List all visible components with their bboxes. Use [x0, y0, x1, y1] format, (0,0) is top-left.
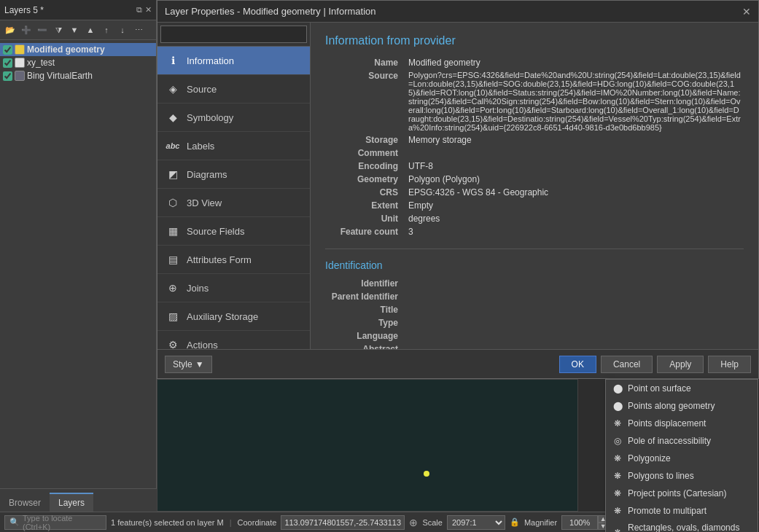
magnifier-input[interactable]: [561, 515, 598, 530]
dialog-body: ℹ Information ◈ Source ◆ Symbology abc L…: [157, 23, 758, 349]
expand-btn[interactable]: ▼: [67, 23, 82, 37]
info-label-comment: Comment: [325, 146, 405, 160]
info-table: Name Modified geometry Source Polygon?cr…: [325, 56, 744, 238]
ctx-polygonize[interactable]: ❋ Polygonize: [606, 450, 758, 467]
help-button[interactable]: Help: [708, 356, 751, 373]
ctx-promote-multipart[interactable]: ❋ Promote to multipart: [606, 502, 758, 520]
layers-restore-btn[interactable]: ⧉: [136, 5, 142, 15]
ctx-polygons-to-lines[interactable]: ❋ Polygons to lines: [606, 467, 758, 485]
tab-browser[interactable]: Browser: [0, 493, 50, 512]
id-row-title: Title: [325, 303, 744, 316]
scale-label: Scale: [422, 518, 443, 527]
ctx-icon-polygons-to-lines: ❋: [612, 470, 623, 482]
info-value-extent: Empty: [405, 199, 744, 212]
layer-item-xy-test[interactable]: · xy_test: [0, 56, 156, 69]
nav-icon-3d-view: ⬡: [165, 195, 181, 211]
id-label-parent-identifier: Parent Identifier: [325, 290, 405, 303]
nav-label-3d-view: 3D View: [187, 197, 222, 208]
dialog-close-btn[interactable]: ✕: [742, 6, 751, 17]
dialog-search-input[interactable]: [160, 26, 307, 43]
info-value-name: Modified geometry: [405, 56, 744, 69]
tab-layers[interactable]: Layers: [50, 493, 93, 512]
cancel-button[interactable]: Cancel: [601, 356, 653, 373]
open-layer-btn[interactable]: 📂: [3, 23, 17, 37]
nav-label-joins: Joins: [187, 283, 209, 294]
layers-panel: Layers 5 * ⧉ ✕ 📂 ➕ ➖ ⧩ ▼ ▲ ↑ ↓ ⋯ Modifie…: [0, 0, 157, 488]
layer-checkbox-bing[interactable]: [3, 71, 12, 81]
layer-label-modified-geometry: Modified geometry: [27, 44, 105, 55]
id-row-parent-identifier: Parent Identifier: [325, 290, 744, 303]
locate-container[interactable]: 🔍 Type to locate (Ctrl+K): [4, 515, 106, 530]
nav-icon-symbology: ◆: [165, 109, 181, 125]
identification-table: Identifier Parent Identifier Title Type …: [325, 277, 744, 349]
bottom-tabs: Browser Layers: [0, 488, 157, 512]
nav-icon-labels: abc: [165, 138, 181, 154]
layer-label-xy-test: xy_test: [27, 58, 55, 68]
nav-label-diagrams: Diagrams: [187, 169, 227, 180]
id-row-abstract: Abstract: [325, 343, 744, 349]
ctx-icon-points-displacement: ❋: [612, 418, 623, 429]
style-button[interactable]: Style ▼: [165, 356, 212, 373]
dialog-search-container: [157, 23, 310, 47]
ctx-icon-pole-inaccessibility: ◎: [612, 435, 623, 447]
info-row-encoding: Encoding UTF-8: [325, 160, 744, 173]
nav-item-diagrams[interactable]: ◩ Diagrams: [157, 160, 310, 189]
feature-info-text: 1 feature(s) selected on layer M: [111, 518, 224, 527]
id-label-abstract: Abstract: [325, 343, 405, 349]
map-dot: [424, 471, 429, 477]
move-up-btn[interactable]: ↑: [99, 23, 114, 37]
layer-item-modified-geometry[interactable]: Modified geometry: [0, 43, 156, 56]
remove-layer-btn[interactable]: ➖: [35, 23, 50, 37]
nav-item-symbology[interactable]: ◆ Symbology: [157, 103, 310, 132]
id-value-parent-identifier: [405, 290, 744, 303]
info-label-geometry: Geometry: [325, 173, 405, 186]
magnifier-spinbox: ▲ ▼: [561, 515, 608, 530]
ctx-icon-project-points: ❋: [612, 488, 623, 499]
nav-item-actions[interactable]: ⚙ Actions: [157, 331, 310, 349]
info-row-comment: Comment: [325, 146, 744, 160]
nav-item-auxiliary-storage[interactable]: ▨ Auxiliary Storage: [157, 302, 310, 331]
info-label-encoding: Encoding: [325, 160, 405, 173]
layer-item-bing[interactable]: Bing VirtualEarth: [0, 69, 156, 82]
ctx-icon-rectangles-ovals: ❋: [612, 527, 623, 532]
move-down-btn[interactable]: ↓: [115, 23, 130, 37]
layer-icon-polygon: [15, 44, 25, 55]
ctx-point-on-surface[interactable]: ⬤ Point on surface: [606, 380, 758, 397]
nav-item-labels[interactable]: abc Labels: [157, 132, 310, 160]
info-row-crs: CRS EPSG:4326 - WGS 84 - Geographic: [325, 186, 744, 199]
nav-item-3d-view[interactable]: ⬡ 3D View: [157, 189, 310, 217]
nav-item-joins[interactable]: ⊕ Joins: [157, 274, 310, 302]
nav-label-source-fields: Source Fields: [187, 226, 244, 237]
ctx-rectangles-ovals[interactable]: ❋ Rectangles, ovals, diamonds (fixed: [606, 520, 758, 532]
ctx-pole-inaccessibility[interactable]: ◎ Pole of inaccessibility: [606, 432, 758, 450]
add-layer-btn[interactable]: ➕: [19, 23, 34, 37]
map-area[interactable]: [157, 379, 578, 512]
nav-item-information[interactable]: ℹ Information: [157, 47, 310, 75]
layer-checkbox-xy-test[interactable]: [3, 58, 12, 68]
ctx-points-displacement[interactable]: ❋ Points displacement: [606, 415, 758, 432]
more-btn[interactable]: ⋯: [131, 23, 146, 37]
info-label-storage: Storage: [325, 133, 405, 146]
coord-icon: ⊕: [409, 517, 418, 528]
ctx-icon-polygonize: ❋: [612, 453, 623, 464]
nav-item-source[interactable]: ◈ Source: [157, 75, 310, 103]
layers-close-btn[interactable]: ✕: [145, 5, 152, 15]
ok-button[interactable]: OK: [559, 356, 596, 373]
collapse-btn[interactable]: ▲: [83, 23, 98, 37]
coordinate-input[interactable]: [281, 515, 405, 530]
nav-item-attributes-form[interactable]: ▤ Attributes Form: [157, 246, 310, 274]
info-label-source: Source: [325, 69, 405, 133]
nav-item-source-fields[interactable]: ▦ Source Fields: [157, 217, 310, 246]
id-row-language: Language: [325, 329, 744, 343]
nav-icon-source-fields: ▦: [165, 223, 181, 239]
nav-label-source: Source: [187, 84, 217, 95]
filter-btn[interactable]: ⧩: [51, 23, 66, 37]
layer-checkbox-modified-geometry[interactable]: [3, 45, 12, 55]
scale-select[interactable]: 2097:1: [447, 515, 505, 530]
info-row-extent: Extent Empty: [325, 199, 744, 212]
coordinate-label: Coordinate: [238, 518, 277, 527]
ctx-points-along-geometry[interactable]: ⬤ Points along geometry: [606, 397, 758, 415]
info-label-feature-count: Feature count: [325, 225, 405, 238]
ctx-project-points-cartesian[interactable]: ❋ Project points (Cartesian): [606, 485, 758, 502]
apply-button[interactable]: Apply: [657, 356, 704, 373]
